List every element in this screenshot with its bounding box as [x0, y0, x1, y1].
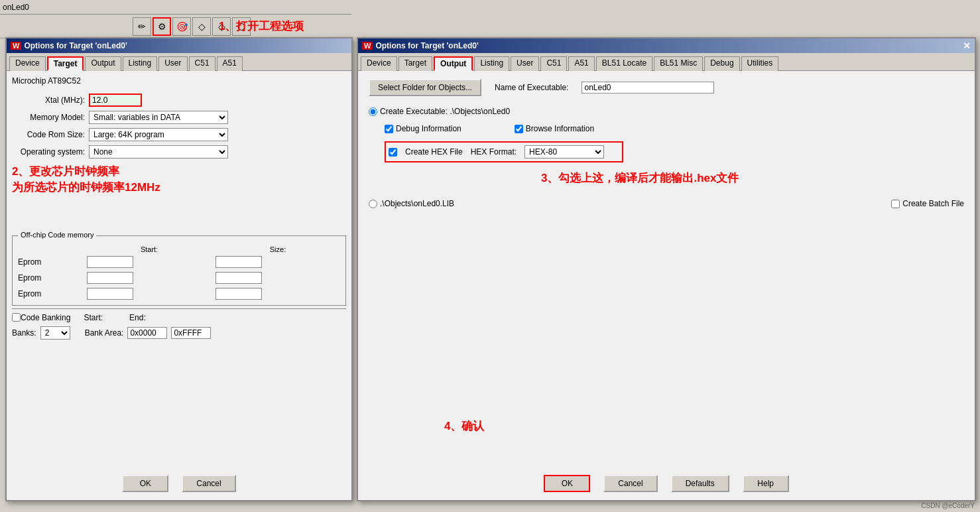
help-button-right[interactable]: Help	[743, 475, 789, 492]
create-exe-label: Create Executable: .\Objects\onLed0	[380, 107, 510, 116]
toolbar-target-btn[interactable]: 🎯	[172, 17, 191, 36]
annotation-step2-line1: 2、更改芯片时钟频率	[12, 164, 346, 180]
annotation-step1: 1、打开工程选项	[219, 19, 304, 34]
cancel-button-left[interactable]: Cancel	[182, 475, 235, 492]
tab-user-right[interactable]: User	[511, 56, 539, 71]
toolbar-options-btn[interactable]: ⚙	[153, 17, 171, 36]
dialog-left-title: Options for Target 'onLed0'	[24, 41, 127, 50]
tab-device-left[interactable]: Device	[9, 56, 46, 71]
tab-bl51locate-right[interactable]: BL51 Locate	[596, 56, 652, 71]
banks-select[interactable]: 2	[40, 326, 70, 340]
eprom-row-1: Eprom	[17, 255, 341, 269]
tab-target-left[interactable]: Target	[47, 56, 84, 71]
tab-listing-right[interactable]: Listing	[474, 56, 509, 71]
chip-name: Microchip AT89C52	[12, 76, 346, 86]
annotation-step4: 4、确认	[444, 418, 484, 434]
hex-format-label: HEX Format:	[471, 147, 517, 157]
dialog-right-buttons: OK Cancel Defaults Help	[358, 475, 975, 492]
code-banking-label: Code Banking	[21, 313, 70, 322]
code-rom-row: Code Rom Size: Large: 64K program	[12, 128, 346, 141]
ok-button-left[interactable]: OK	[122, 475, 168, 492]
tab-utilities-right[interactable]: Utilities	[741, 56, 779, 71]
debug-info-checkbox[interactable]	[385, 125, 393, 133]
eprom-label-1: Eprom	[17, 255, 84, 269]
cancel-button-right[interactable]: Cancel	[603, 475, 657, 492]
code-rom-select[interactable]: Large: 64K program	[89, 128, 228, 141]
dialog-left-titlebar: W Options for Target 'onLed0'	[7, 38, 351, 53]
memory-model-select[interactable]: Small: variables in DATA	[89, 111, 228, 124]
dialog-right-titlebar: W Options for Target 'onLed0' ✕	[358, 38, 975, 53]
eprom3-start[interactable]	[87, 288, 133, 300]
dialog-left-buttons: OK Cancel	[7, 475, 351, 492]
code-rom-label: Code Rom Size:	[12, 130, 85, 139]
debug-info-row: Debug Information	[385, 124, 461, 133]
eprom2-size[interactable]	[215, 272, 262, 284]
tab-a51-right[interactable]: A51	[568, 56, 594, 71]
select-folder-btn[interactable]: Select Folder for Objects...	[369, 79, 481, 96]
create-batch-checkbox[interactable]	[891, 200, 900, 208]
end-label: End:	[129, 313, 146, 322]
xtal-row: Xtal (MHz):	[12, 94, 346, 107]
code-banking-row: Code Banking Start: End:	[12, 313, 346, 322]
os-select[interactable]: None	[89, 145, 228, 159]
create-exe-row: Create Executable: .\Objects\onLed0	[369, 107, 964, 116]
tab-debug-right[interactable]: Debug	[704, 56, 739, 71]
tab-user-left[interactable]: User	[158, 56, 187, 71]
tab-c51-left[interactable]: C51	[189, 56, 215, 71]
browse-info-checkbox[interactable]	[515, 125, 523, 133]
eprom1-size[interactable]	[215, 256, 262, 268]
dialog-right-title: Options for Target 'onLed0'	[375, 41, 478, 50]
bank-end-input[interactable]	[171, 327, 211, 339]
create-batch-label: Create Batch File	[902, 199, 964, 208]
browse-info-label: Browse Information	[526, 124, 594, 133]
offchip-group: Off-chip Code memory Start: Size: Eprom …	[12, 235, 346, 306]
browse-info-row: Browse Information	[515, 124, 594, 133]
top-row: Select Folder for Objects... Name of Exe…	[369, 79, 964, 96]
eprom-row-3: Eprom	[17, 287, 341, 301]
annotation-step2-line2: 为所选芯片的时钟频率12MHz	[12, 180, 346, 196]
tab-target-right[interactable]: Target	[398, 56, 432, 71]
annotation-step3: 3、勾选上这，编译后才能输出.hex文件	[541, 170, 964, 186]
executable-input[interactable]	[582, 82, 714, 94]
lib-row: .\Objects\onLed0.LIB Create Batch File	[369, 199, 964, 208]
xtal-input[interactable]	[89, 94, 142, 107]
dialog-left-icon: W	[11, 42, 21, 50]
lib-radio[interactable]	[369, 200, 377, 208]
code-banking-checkbox[interactable]	[12, 313, 21, 322]
os-label: Operating system:	[12, 147, 85, 157]
dialog-left-content: Microchip AT89C52 Xtal (MHz): Memory Mod…	[7, 71, 351, 345]
defaults-button-right[interactable]: Defaults	[671, 475, 729, 492]
ok-button-right[interactable]: OK	[544, 475, 590, 492]
tab-a51-left[interactable]: A51	[217, 56, 243, 71]
memory-model-row: Memory Model: Small: variables in DATA	[12, 111, 346, 124]
create-hex-label: Create HEX File	[405, 147, 463, 157]
start-label: Start:	[84, 313, 103, 322]
close-icon[interactable]: ✕	[963, 40, 971, 51]
dialog-right-content: Select Folder for Objects... Name of Exe…	[358, 71, 975, 219]
eprom-table: Start: Size: Eprom Eprom Eprom	[15, 244, 343, 302]
debug-info-label: Debug Information	[396, 124, 461, 133]
toolbar-edit-btn[interactable]: ✏	[133, 17, 151, 36]
ide-titlebar: onLed0	[0, 0, 351, 15]
memory-model-label: Memory Model:	[12, 113, 85, 122]
tab-listing-left[interactable]: Listing	[123, 56, 158, 71]
col-size: Size:	[214, 245, 341, 253]
banks-row: Banks: 2 Bank Area:	[12, 326, 346, 340]
bank-start-input[interactable]	[127, 327, 167, 339]
dialog-left: W Options for Target 'onLed0' Device Tar…	[5, 37, 353, 501]
tab-output-left[interactable]: Output	[85, 56, 121, 71]
eprom1-start[interactable]	[87, 256, 133, 268]
tab-c51-right[interactable]: C51	[540, 56, 567, 71]
hex-format-select[interactable]: HEX-80	[524, 145, 604, 159]
os-row: Operating system: None	[12, 145, 346, 159]
dialog-right-icon: W	[362, 42, 373, 50]
eprom2-start[interactable]	[87, 272, 133, 284]
create-exe-radio[interactable]	[369, 107, 377, 116]
eprom3-size[interactable]	[215, 288, 262, 300]
toolbar-btn4[interactable]: ◇	[192, 17, 211, 36]
dialog-right: W Options for Target 'onLed0' ✕ Device T…	[357, 37, 976, 501]
tab-output-right[interactable]: Output	[434, 56, 473, 71]
create-hex-checkbox[interactable]	[389, 148, 397, 157]
tab-device-right[interactable]: Device	[361, 56, 397, 71]
tab-bl51misc-right[interactable]: BL51 Misc	[654, 56, 703, 71]
